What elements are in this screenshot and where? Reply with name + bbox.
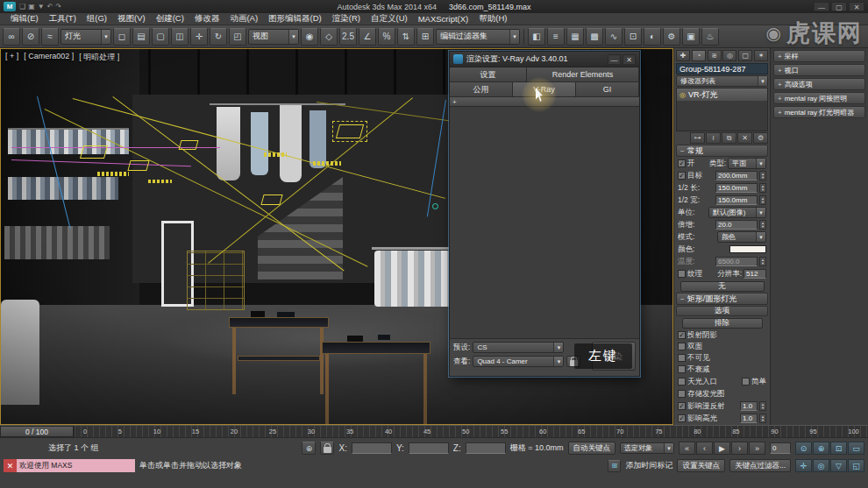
stack-item-vray-light[interactable]: ◎VR-灯光 (677, 88, 767, 101)
rectangular-region-icon[interactable]: ▢ (152, 28, 169, 46)
rollout-header-collapsed[interactable]: +高级选项 (773, 78, 865, 90)
menu-item[interactable]: 自定义(U) (366, 13, 413, 25)
close-icon[interactable]: ✕ (4, 459, 17, 472)
select-by-name-icon[interactable]: ▤ (132, 28, 150, 46)
dialog-title-bar[interactable]: 渲染设置: V-Ray Adv 3.40.01 — ✕ (450, 52, 639, 67)
timeline-ruler[interactable]: 0510152025303540455055606570758085909510… (74, 426, 868, 437)
store-irradiance-checkbox[interactable] (678, 390, 686, 398)
spinner-arrows-icon[interactable]: ▲▼ (759, 195, 766, 205)
remove-modifier-icon[interactable]: ✕ (737, 132, 752, 144)
menu-item[interactable]: 图形编辑器(D) (263, 13, 327, 25)
spinner-arrows-icon[interactable]: ▲▼ (759, 183, 766, 193)
show-end-result-icon[interactable]: ≀ (706, 132, 721, 144)
preset-dropdown[interactable]: CS▼ (473, 342, 564, 353)
menu-item[interactable]: 视图(V) (112, 13, 151, 25)
pin-stack-icon[interactable]: ⊶ (690, 132, 705, 144)
menu-item[interactable]: 组(G) (82, 13, 112, 25)
rollout-rect-circle-light[interactable]: −矩形/圆形灯光 (676, 293, 768, 305)
option-checkbox[interactable]: ✓ (678, 331, 686, 339)
select-and-move-icon[interactable]: ✛ (190, 28, 208, 46)
option-checkbox[interactable] (678, 354, 686, 362)
maxscript-mini-listener[interactable]: ✕ 欢迎使用 MAXS (4, 459, 135, 472)
pan-icon[interactable]: ✛ (795, 459, 812, 472)
tab-gi[interactable]: GI (576, 82, 639, 96)
save-file-icon[interactable]: ▼ (38, 3, 45, 11)
half-width-field[interactable]: 150.0mm (715, 195, 758, 205)
vray-light-gizmo[interactable] (127, 160, 149, 171)
view-dropdown[interactable]: Quad 4 - Camer▼ (473, 356, 564, 367)
select-and-link-icon[interactable]: ∞ (3, 28, 20, 46)
z-coordinate-field[interactable] (466, 442, 506, 454)
undo-icon[interactable]: ↶ (47, 3, 53, 11)
mode-dropdown[interactable]: 颜色▼ (717, 231, 766, 243)
layer-manager-icon[interactable]: ▦ (566, 28, 584, 46)
resolution-field[interactable]: 512 (743, 269, 766, 279)
current-frame-field[interactable]: 0 (770, 442, 791, 454)
spinner-arrows-icon[interactable]: ▲▼ (759, 220, 766, 230)
percent-snap-icon[interactable]: % (378, 28, 395, 46)
menu-item[interactable]: MAXScript(X) (413, 14, 474, 24)
play-icon[interactable]: ▶ (714, 442, 730, 455)
viewport-menu-plus[interactable]: [ + ] (5, 52, 18, 63)
multiplier-field[interactable]: 20.0 (715, 220, 758, 230)
next-frame-icon[interactable]: › (731, 442, 748, 455)
vray-light-gizmo[interactable] (336, 124, 364, 138)
option-checkbox[interactable] (678, 365, 686, 373)
selection-filter-dropdown[interactable]: 灯光▼ (60, 29, 111, 45)
ribbon-icon[interactable]: ▩ (586, 28, 603, 46)
half-length-field[interactable]: 150.0mm (715, 183, 758, 193)
previous-frame-icon[interactable]: ‹ (696, 442, 713, 455)
select-and-scale-icon[interactable]: ◰ (229, 28, 246, 46)
time-slider-handle[interactable]: 0 / 100 (0, 426, 74, 437)
tab-render-elements[interactable]: Render Elements (527, 67, 639, 81)
reference-coordinate-dropdown[interactable]: 视图▼ (248, 29, 299, 45)
add-time-tag-label[interactable]: 添加时间标记 (625, 460, 672, 471)
select-and-rotate-icon[interactable]: ↻ (210, 28, 227, 46)
texture-none-button[interactable]: 无 (680, 281, 765, 292)
spinner-snap-icon[interactable]: ⇅ (397, 28, 415, 46)
use-pivot-center-icon[interactable]: ◉ (301, 28, 318, 46)
zoom-region-icon[interactable]: ▭ (848, 442, 864, 455)
vray-light-gizmo[interactable] (80, 145, 108, 159)
maximize-viewport-icon[interactable]: ◱ (848, 459, 864, 472)
spinner-arrows-icon[interactable]: ▲▼ (759, 401, 766, 411)
zoom-icon[interactable]: ⊙ (795, 442, 812, 455)
open-file-icon[interactable]: ▣ (28, 3, 35, 11)
exclude-button[interactable]: 排除 (682, 318, 763, 329)
menu-item[interactable]: 动画(A) (224, 13, 263, 25)
go-to-end-icon[interactable]: » (749, 442, 765, 455)
vray-light-gizmo[interactable] (260, 194, 282, 205)
menu-item[interactable]: 渲染(R) (327, 13, 366, 25)
select-object-icon[interactable]: ◻ (113, 28, 131, 46)
mirror-icon[interactable]: ◧ (528, 28, 545, 46)
go-to-start-icon[interactable]: « (679, 442, 695, 455)
menu-item[interactable]: 修改器 (189, 13, 225, 25)
dialog-minimize-button[interactable]: — (608, 54, 621, 65)
rollout-header-collapsed[interactable]: +mental ray 间接照明 (773, 92, 865, 104)
rendered-frame-icon[interactable]: ▣ (682, 28, 700, 46)
viewport-shading-label[interactable]: [ 明暗处理 ] (79, 52, 119, 63)
create-tab-icon[interactable]: ✚ (676, 50, 690, 61)
align-icon[interactable]: ≡ (547, 28, 565, 46)
material-editor-icon[interactable]: ◐ (644, 28, 661, 46)
tab-settings[interactable]: 设置 (450, 67, 527, 81)
tab-vray[interactable]: V-Ray (513, 82, 576, 96)
utilities-tab-icon[interactable]: ✶ (754, 50, 768, 61)
maximize-button[interactable]: ▢ (831, 2, 847, 11)
units-dropdown[interactable]: 默认(图像)▼ (708, 207, 766, 218)
skylight-portal-checkbox[interactable] (678, 378, 686, 385)
collapsed-rollout-strip[interactable]: + (450, 97, 639, 107)
curve-editor-icon[interactable]: ∿ (605, 28, 623, 46)
schematic-view-icon[interactable]: ⊡ (624, 28, 642, 46)
rollout-header-collapsed[interactable]: +mental ray 灯光明暗器 (773, 106, 865, 118)
rollout-general[interactable]: −常规 (676, 145, 768, 157)
on-checkbox[interactable]: ✓ (678, 159, 686, 167)
new-scene-icon[interactable]: ❏ (19, 3, 25, 11)
zoom-all-icon[interactable]: ⊕ (813, 442, 829, 455)
select-and-manipulate-icon[interactable]: ◇ (320, 28, 338, 46)
hierarchy-tab-icon[interactable]: ≋ (708, 50, 722, 61)
minimize-button[interactable]: — (814, 2, 829, 11)
affect-diffuse-checkbox[interactable]: ✓ (678, 402, 686, 410)
dialog-close-button[interactable]: ✕ (623, 54, 636, 65)
tab-common[interactable]: 公用 (450, 82, 513, 96)
